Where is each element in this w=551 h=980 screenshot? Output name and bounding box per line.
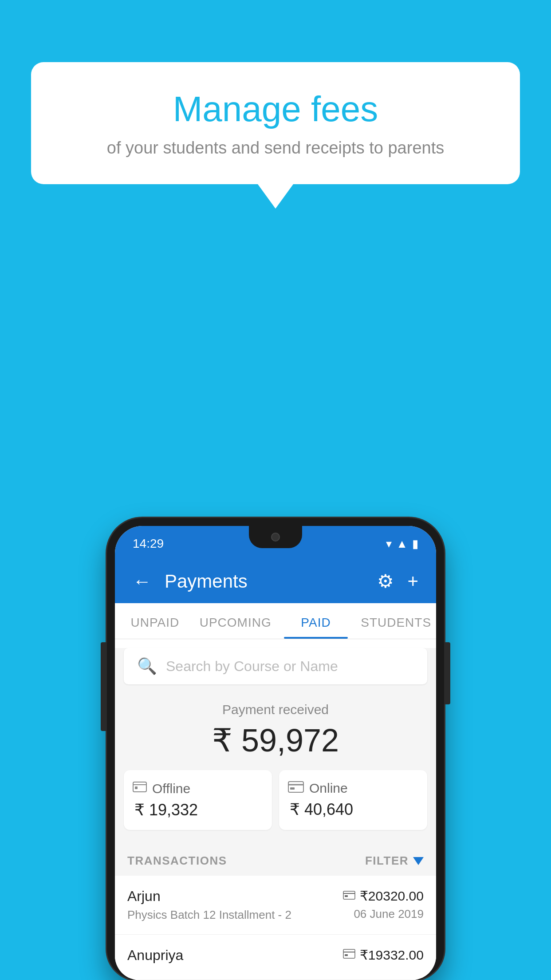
transaction-left-anupriya: Anupriya xyxy=(127,947,343,967)
tab-unpaid[interactable]: UNPAID xyxy=(115,603,195,639)
online-payment-card: Online ₹ 40,640 xyxy=(279,770,427,830)
speech-bubble: Manage fees of your students and send re… xyxy=(31,62,520,184)
filter-label: FILTER xyxy=(365,854,409,868)
tab-paid[interactable]: PAID xyxy=(276,603,356,639)
speech-bubble-tail xyxy=(258,184,293,209)
transaction-amount-arjun: ₹20320.00 xyxy=(360,888,424,904)
credit-card-icon xyxy=(288,781,304,796)
phone-inner: 14:29 ▾ ▲ ▮ ← Payments ⚙ + xyxy=(115,526,436,980)
transaction-name-anupriya: Anupriya xyxy=(127,947,343,964)
speech-bubble-title: Manage fees xyxy=(62,89,489,130)
notch xyxy=(249,526,302,548)
speech-bubble-container: Manage fees of your students and send re… xyxy=(31,62,520,209)
svg-rect-6 xyxy=(343,891,355,899)
filter-triangle-icon xyxy=(413,857,424,865)
search-icon: 🔍 xyxy=(137,657,157,676)
payment-summary: Payment received ₹ 59,972 xyxy=(115,689,436,843)
transaction-name-arjun: Arjun xyxy=(127,888,343,905)
svg-rect-11 xyxy=(345,954,348,956)
card-type-icon-arjun xyxy=(343,889,355,903)
transaction-right-anupriya: ₹19332.00 xyxy=(343,947,424,963)
offline-label: Offline xyxy=(152,781,190,796)
transactions-header: TRANSACTIONS FILTER xyxy=(115,843,436,876)
transaction-amount-row-anupriya: ₹19332.00 xyxy=(343,947,424,963)
transaction-row-anupriya[interactable]: Anupriya ₹19332.00 xyxy=(115,935,436,980)
page-title: Payments xyxy=(165,571,364,592)
transactions-label: TRANSACTIONS xyxy=(127,854,227,868)
svg-rect-2 xyxy=(135,786,138,789)
camera-dot xyxy=(271,533,280,541)
payment-cards: Offline ₹ 19,332 xyxy=(124,770,427,830)
status-time: 14:29 xyxy=(133,537,164,551)
svg-rect-9 xyxy=(343,949,355,958)
online-card-header: Online xyxy=(288,781,348,796)
status-icons: ▾ ▲ ▮ xyxy=(386,537,418,551)
app-content: 🔍 Search by Course or Name Payment recei… xyxy=(115,648,436,980)
search-bar[interactable]: 🔍 Search by Course or Name xyxy=(124,648,427,684)
speech-bubble-subtitle: of your students and send receipts to pa… xyxy=(62,138,489,158)
tabs-bar: UNPAID UPCOMING PAID STUDENTS xyxy=(115,603,436,639)
offline-amount: ₹ 19,332 xyxy=(133,801,198,819)
online-label: Online xyxy=(309,781,348,796)
cash-icon xyxy=(133,781,147,796)
tab-students[interactable]: STUDENTS xyxy=(356,603,436,639)
plus-icon[interactable]: + xyxy=(407,571,418,592)
status-bar: 14:29 ▾ ▲ ▮ xyxy=(115,526,436,561)
payment-received-label: Payment received xyxy=(124,702,427,717)
payment-total-amount: ₹ 59,972 xyxy=(124,722,427,759)
transaction-date-arjun: 06 June 2019 xyxy=(354,907,424,921)
transaction-detail-arjun: Physics Batch 12 Installment - 2 xyxy=(127,908,343,922)
offline-card-header: Offline xyxy=(133,781,190,796)
gear-icon[interactable]: ⚙ xyxy=(377,570,394,592)
signal-icon: ▲ xyxy=(396,537,408,551)
filter-button[interactable]: FILTER xyxy=(365,854,424,868)
svg-rect-3 xyxy=(288,782,303,792)
app-header: ← Payments ⚙ + xyxy=(115,561,436,603)
header-icons: ⚙ + xyxy=(377,570,418,592)
tab-upcoming[interactable]: UPCOMING xyxy=(195,603,276,639)
transaction-row-arjun[interactable]: Arjun Physics Batch 12 Installment - 2 xyxy=(115,876,436,935)
svg-rect-8 xyxy=(345,895,348,897)
back-button[interactable]: ← xyxy=(133,571,151,592)
transaction-amount-row-arjun: ₹20320.00 xyxy=(343,888,424,904)
transaction-amount-anupriya: ₹19332.00 xyxy=(360,947,424,963)
svg-rect-5 xyxy=(290,787,295,790)
offline-payment-card: Offline ₹ 19,332 xyxy=(124,770,272,830)
phone-outer: 14:29 ▾ ▲ ▮ ← Payments ⚙ + xyxy=(107,518,444,980)
online-amount: ₹ 40,640 xyxy=(288,800,353,819)
card-type-icon-anupriya xyxy=(343,948,355,962)
transaction-right-arjun: ₹20320.00 06 June 2019 xyxy=(343,888,424,921)
wifi-icon: ▾ xyxy=(386,537,392,551)
search-placeholder: Search by Course or Name xyxy=(166,658,338,675)
phone-wrapper: 14:29 ▾ ▲ ▮ ← Payments ⚙ + xyxy=(107,518,444,980)
transaction-left-arjun: Arjun Physics Batch 12 Installment - 2 xyxy=(127,888,343,922)
battery-icon: ▮ xyxy=(412,537,418,551)
